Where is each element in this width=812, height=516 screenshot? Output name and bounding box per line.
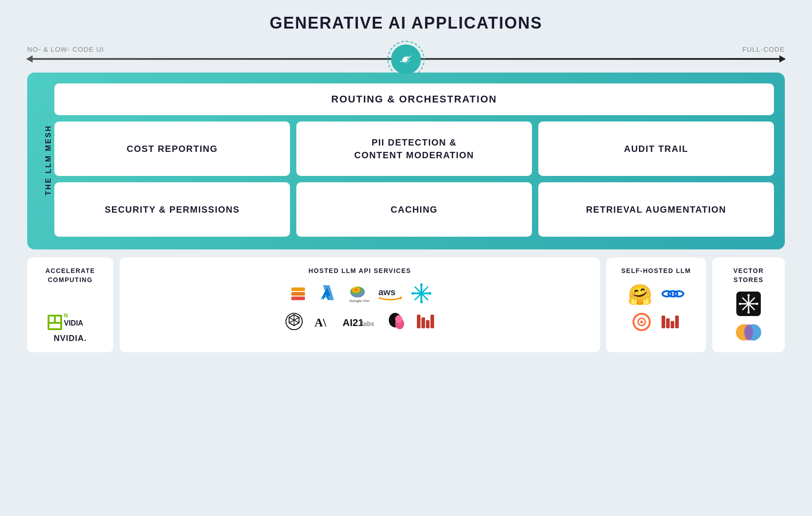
anthropic-svg: A\	[313, 311, 334, 332]
svg-point-44	[640, 321, 643, 323]
bird-logo	[387, 41, 425, 78]
ai21-logo: AI21 labs	[342, 313, 378, 331]
mistral-logo	[411, 283, 432, 306]
svg-text:AI21: AI21	[343, 317, 363, 328]
svg-rect-10	[291, 287, 305, 291]
hosted-logo-grid: A	[130, 283, 589, 334]
openllm-logo	[632, 312, 652, 334]
accelerate-card: ACCELERATE COMPUTING VIDIA N NVIDIA.	[27, 258, 113, 352]
self-hosted-row-1: 🤗	[628, 283, 685, 307]
svg-point-56	[739, 303, 741, 305]
cohere-logo	[386, 311, 407, 334]
openllm-svg	[632, 312, 652, 332]
pii-detection-box: PII DETECTION &CONTENT MODERATION	[296, 122, 532, 176]
azure-svg: A	[317, 283, 338, 304]
azure-logo: A	[317, 283, 338, 306]
mistral-svg	[411, 283, 432, 304]
nvidia-text: NVIDIA.	[53, 334, 87, 343]
svg-text:VIDIA: VIDIA	[64, 319, 83, 327]
svg-point-34	[395, 315, 402, 323]
svg-text:N: N	[64, 312, 68, 319]
svg-point-16	[350, 287, 365, 297]
hosted-row-1: A	[288, 283, 432, 306]
svg-text:A\: A\	[314, 316, 327, 329]
bird-svg-icon	[398, 51, 414, 68]
self-hosted-card: SELF-HOSTED LLM 🤗	[606, 258, 706, 352]
svg-rect-47	[671, 321, 674, 328]
svg-marker-19	[400, 296, 402, 300]
self-hosted-logo-grid: 🤗	[617, 283, 695, 334]
svg-rect-8	[291, 297, 305, 300]
svg-point-54	[748, 294, 750, 297]
aws-logo: aws	[377, 285, 403, 303]
arrow-right-label: FULL-CODE	[742, 45, 785, 53]
svg-text:labs: labs	[362, 320, 374, 327]
chroma-svg	[735, 323, 762, 341]
svg-point-26	[411, 292, 414, 295]
retrieval-augmentation-box: RETRIEVAL AUGMENTATION	[538, 182, 774, 237]
nvidia-logo: VIDIA N NVIDIA.	[48, 311, 93, 343]
feature-grid: ROUTING & ORCHESTRATION COST REPORTING P…	[54, 83, 774, 237]
huggingface-logo: 🤗	[628, 283, 652, 307]
svg-rect-45	[662, 316, 665, 328]
svg-rect-37	[426, 320, 430, 328]
svg-rect-36	[421, 317, 425, 328]
openai-svg	[284, 311, 304, 332]
svg-rect-38	[430, 315, 434, 328]
accelerate-title: ACCELERATE COMPUTING	[38, 267, 102, 284]
svg-point-57	[756, 303, 759, 305]
page-title: GENERATIVE AI APPLICATIONS	[270, 14, 542, 33]
mosaicml-logo	[415, 311, 436, 334]
mosaicml2-logo	[660, 312, 681, 334]
aws-svg: aws	[377, 285, 403, 302]
svg-rect-46	[666, 318, 670, 328]
svg-point-24	[420, 283, 423, 286]
svg-point-25	[420, 301, 423, 303]
svg-point-1	[409, 56, 410, 57]
hosted-card: HOSTED LLM API SERVICES	[120, 258, 600, 352]
cohere-svg	[386, 311, 407, 332]
audit-trail-box: AUDIT TRAIL	[538, 122, 774, 176]
bird-circle-outer	[387, 41, 425, 78]
svg-rect-3	[49, 316, 54, 322]
svg-rect-9	[291, 292, 305, 296]
pii-detection-text: PII DETECTION &CONTENT MODERATION	[354, 136, 474, 161]
anthropic-logo: A\	[313, 311, 334, 334]
security-permissions-box: SECURITY & PERMISSIONS	[54, 182, 290, 237]
llm-mesh-label: THE LLM MESH	[38, 83, 54, 237]
svg-rect-35	[417, 315, 420, 328]
self-hosted-title: SELF-HOSTED LLM	[621, 267, 691, 276]
ai21-svg: AI21 labs	[342, 313, 378, 330]
svg-point-27	[429, 292, 431, 295]
arrow-left-label: NO- & LOW- CODE UI	[27, 45, 104, 53]
svg-point-41	[674, 291, 683, 297]
svg-text:A: A	[322, 290, 329, 302]
hosted-row-2: A\ AI21 labs	[284, 311, 436, 334]
mosaicml-svg	[415, 311, 436, 332]
caching-text: CACHING	[391, 203, 438, 216]
bird-circle-inner	[391, 44, 421, 74]
retrieval-augmentation-text: RETRIEVAL AUGMENTATION	[586, 203, 726, 216]
feature-row-2: SECURITY & PERMISSIONS CACHING RETRIEVAL…	[54, 182, 774, 237]
routing-box: ROUTING & ORCHESTRATION	[54, 83, 774, 115]
cost-reporting-text: COST REPORTING	[126, 142, 218, 155]
google-cloud-svg: Google Cloud	[346, 283, 369, 304]
bottom-section: ACCELERATE COMPUTING VIDIA N NVIDIA. HOS…	[27, 258, 785, 352]
svg-point-60	[744, 324, 753, 341]
self-hosted-row-2	[632, 312, 681, 334]
weaviate-svg	[736, 292, 761, 316]
google-cloud-logo: Google Cloud	[346, 283, 369, 306]
svg-rect-4	[56, 316, 60, 322]
together-ai-svg	[288, 283, 309, 304]
mosaicml2-svg	[660, 312, 681, 332]
nvidia-svg: VIDIA N	[48, 311, 93, 334]
hosted-title: HOSTED LLM API SERVICES	[309, 267, 411, 276]
vector-title: VECTOR STORES	[723, 267, 774, 284]
together-ai-logo	[288, 283, 309, 306]
openai-logo	[284, 311, 304, 334]
meta-logo	[661, 286, 685, 304]
llm-mesh-section: THE LLM MESH ROUTING & ORCHESTRATION COS…	[27, 73, 785, 249]
security-permissions-text: SECURITY & PERMISSIONS	[105, 203, 240, 216]
svg-rect-5	[49, 324, 60, 328]
weaviate-logo	[736, 292, 761, 318]
